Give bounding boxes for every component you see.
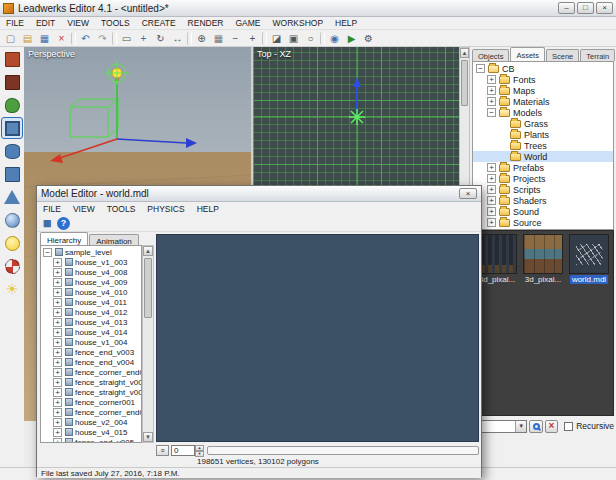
tree-expander-icon[interactable] (53, 418, 62, 427)
tree-expander-icon[interactable] (43, 248, 52, 257)
tree-expander-icon[interactable] (53, 438, 62, 444)
environment-tool-icon[interactable] (2, 279, 22, 299)
tree-expander-icon[interactable] (53, 388, 62, 397)
hierarchy-tree-row[interactable]: fence_end_v004 (41, 357, 141, 367)
right-panel-tab[interactable]: Terrain (580, 49, 615, 61)
tree-expander-icon[interactable] (487, 75, 496, 84)
hierarchy-tree-row[interactable]: house_v2_004 (41, 417, 141, 427)
asset-tree-row[interactable]: CB (473, 63, 613, 74)
asset-tree-row[interactable]: Source (473, 217, 613, 228)
hierarchy-tree-row[interactable]: house_v4_015 (41, 427, 141, 437)
open-map-icon[interactable]: ▤ (20, 31, 35, 46)
tree-expander-icon[interactable] (53, 328, 62, 337)
new-map-icon[interactable]: ▢ (3, 31, 18, 46)
tree-expander-icon[interactable] (53, 308, 62, 317)
rotate-tool-icon[interactable]: ↻ (153, 31, 168, 46)
menu-item[interactable]: WORKSHOP (267, 18, 330, 28)
undo-icon[interactable]: ↶ (78, 31, 93, 46)
right-panel-tab[interactable]: Assets (510, 47, 545, 61)
rock-tool-icon[interactable] (2, 72, 22, 92)
hierarchy-tree-row[interactable]: fence_straight_v003 (41, 377, 141, 387)
asset-tree-row[interactable]: Shaders (473, 195, 613, 206)
grid-decrease-icon[interactable]: − (228, 31, 243, 46)
hierarchy-tree-row[interactable]: fence_corner_end002 (41, 407, 141, 417)
hierarchy-tree-row[interactable]: house_v1_003 (41, 257, 141, 267)
asset-thumbnail[interactable]: world.mdl (566, 234, 612, 284)
menu-item[interactable]: GAME (230, 18, 267, 28)
hierarchy-tree-row[interactable]: fence_straight_v004 (41, 387, 141, 397)
chevron-down-icon[interactable]: ▼ (515, 421, 526, 432)
asset-tree-row[interactable]: Sound (473, 206, 613, 217)
model-editor-viewport[interactable] (156, 234, 479, 442)
title-bar[interactable]: Leadwerks Editor 4.1 - <untitled>* –□× (0, 0, 616, 17)
asset-tree-row[interactable]: Grass (473, 118, 613, 129)
tree-expander-icon[interactable] (487, 207, 496, 216)
tree-expander-icon[interactable] (53, 288, 62, 297)
tree-expander-icon[interactable] (53, 278, 62, 287)
tree-expander-icon[interactable] (487, 174, 496, 183)
frame-field[interactable]: 0 (171, 445, 195, 456)
camera-icon[interactable]: ◉ (327, 31, 342, 46)
tree-expander-icon[interactable] (487, 108, 496, 117)
vscroll-thumb[interactable] (144, 258, 152, 318)
box-tool-icon[interactable] (2, 164, 22, 184)
emitter-tool-icon[interactable] (2, 256, 22, 276)
tree-expander-icon[interactable] (53, 378, 62, 387)
hierarchy-tree-row[interactable]: house_v4_011 (41, 297, 141, 307)
tree-expander-icon[interactable] (487, 196, 496, 205)
hierarchy-tree-row[interactable]: house_v4_012 (41, 307, 141, 317)
snap-grid-icon[interactable]: ▦ (211, 31, 226, 46)
redo-icon[interactable]: ↷ (95, 31, 110, 46)
close-button[interactable]: × (596, 2, 613, 14)
scroll-up-icon[interactable]: ▲ (143, 246, 153, 256)
hierarchy-tree-row[interactable]: house_v4_014 (41, 327, 141, 337)
tree-expander-icon[interactable] (53, 428, 62, 437)
cone-tool-icon[interactable] (2, 187, 22, 207)
scale-tool-icon[interactable]: ↔ (170, 31, 185, 46)
tree-expander-icon[interactable] (53, 368, 62, 377)
hierarchy-tree-row[interactable]: fence_end_v005 (41, 437, 141, 443)
right-panel-tab[interactable]: Scene (546, 49, 579, 61)
hide-icon[interactable]: ○ (303, 31, 318, 46)
asset-tree-row[interactable]: World (473, 151, 613, 162)
asset-tree-row[interactable]: Projects (473, 173, 613, 184)
tree-expander-icon[interactable] (487, 163, 496, 172)
carve-icon[interactable]: ◪ (269, 31, 284, 46)
maximize-button[interactable]: □ (577, 2, 594, 14)
cylinder-tool-icon[interactable] (2, 141, 22, 161)
menu-item[interactable]: HELP (191, 204, 225, 214)
close-map-icon[interactable]: × (54, 31, 69, 46)
tree-expander-icon[interactable] (53, 348, 62, 357)
asset-tree-row[interactable]: Trees (473, 140, 613, 151)
recursive-checkbox[interactable] (564, 422, 573, 431)
hierarchy-tree-row[interactable]: house_v4_010 (41, 287, 141, 297)
search-button[interactable] (529, 420, 542, 433)
tree-expander-icon[interactable] (487, 185, 496, 194)
hierarchy-tree-row[interactable]: fence_corner_end001 (41, 367, 141, 377)
group-icon[interactable]: ▣ (286, 31, 301, 46)
tree-expander-icon[interactable] (53, 408, 62, 417)
save-map-icon[interactable]: ▦ (37, 31, 52, 46)
hierarchy-tree-row[interactable]: house_v4_008 (41, 267, 141, 277)
tree-expander-icon[interactable] (476, 64, 485, 73)
save-model-icon[interactable]: ▦ (40, 216, 54, 230)
hierarchy-tree-row[interactable]: house_v4_013 (41, 317, 141, 327)
tree-expander-icon[interactable] (487, 97, 496, 106)
asset-tree-row[interactable]: Fonts (473, 74, 613, 85)
asset-tree-row[interactable]: Materials (473, 96, 613, 107)
run-game-icon[interactable]: ▶ (344, 31, 359, 46)
options-icon[interactable]: ⚙ (361, 31, 376, 46)
menu-item[interactable]: FILE (0, 18, 30, 28)
animation-options-icon[interactable]: ≡ (156, 445, 169, 456)
asset-tree-row[interactable]: Prefabs (473, 162, 613, 173)
menu-item[interactable]: PHYSICS (141, 204, 190, 214)
sphere-tool-icon[interactable] (2, 210, 22, 230)
tree-expander-icon[interactable] (53, 258, 62, 267)
model-editor-tab[interactable]: Animation (89, 234, 139, 245)
tree-expander-icon[interactable] (487, 86, 496, 95)
scroll-down-icon[interactable]: ▼ (143, 432, 153, 442)
select-tool-icon[interactable]: ▭ (119, 31, 134, 46)
right-panel-tab[interactable]: Objects (472, 49, 509, 61)
tree-expander-icon[interactable] (53, 318, 62, 327)
light-tool-icon[interactable] (2, 233, 22, 253)
